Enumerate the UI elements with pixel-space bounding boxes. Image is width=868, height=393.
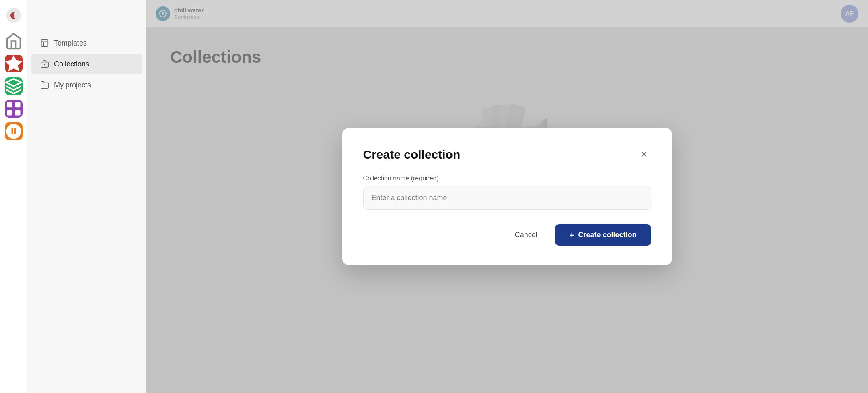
sidebar: Templates Collections My projects xyxy=(27,0,146,393)
icon-rail xyxy=(0,0,27,393)
collection-name-label: Collection name (required) xyxy=(363,175,651,182)
collection-name-input[interactable] xyxy=(363,186,651,210)
starred-nav-item[interactable] xyxy=(5,55,23,72)
cancel-button[interactable]: Cancel xyxy=(505,225,547,245)
modal-footer: Cancel + Create collection xyxy=(363,224,651,246)
green-app-item[interactable] xyxy=(5,77,23,95)
modal-overlay: Create collection ✕ Collection name (req… xyxy=(146,0,868,393)
create-collection-modal: Create collection ✕ Collection name (req… xyxy=(342,128,672,265)
svg-rect-4 xyxy=(7,110,12,116)
close-icon: ✕ xyxy=(640,149,648,160)
svg-rect-3 xyxy=(15,102,20,108)
sidebar-label-my-projects: My projects xyxy=(54,81,91,89)
create-collection-button[interactable]: + Create collection xyxy=(555,224,651,246)
svg-rect-5 xyxy=(15,110,20,116)
sidebar-label-templates: Templates xyxy=(54,39,87,48)
folder-icon xyxy=(40,81,49,89)
svg-rect-2 xyxy=(7,102,12,108)
sidebar-item-collections[interactable]: Collections xyxy=(31,54,142,74)
svg-marker-1 xyxy=(6,56,21,70)
svg-rect-6 xyxy=(41,40,48,47)
modal-title: Create collection xyxy=(363,148,461,161)
app-logo[interactable] xyxy=(5,6,23,24)
purple-app-item[interactable] xyxy=(5,100,23,118)
plus-icon: + xyxy=(570,231,574,239)
orange-app-item[interactable] xyxy=(5,122,23,140)
sidebar-item-my-projects[interactable]: My projects xyxy=(31,75,142,95)
home-nav-item[interactable] xyxy=(5,32,23,50)
create-collection-label: Create collection xyxy=(578,231,636,239)
form-group: Collection name (required) xyxy=(363,175,651,210)
template-icon xyxy=(40,39,49,48)
main-content: chill water Production AF Collections xyxy=(146,0,868,393)
sidebar-item-templates[interactable]: Templates xyxy=(31,33,142,53)
collections-icon xyxy=(40,60,49,68)
modal-close-button[interactable]: ✕ xyxy=(637,147,651,162)
modal-header: Create collection ✕ xyxy=(363,147,651,162)
svg-point-8 xyxy=(44,64,45,65)
sidebar-label-collections: Collections xyxy=(54,60,89,68)
